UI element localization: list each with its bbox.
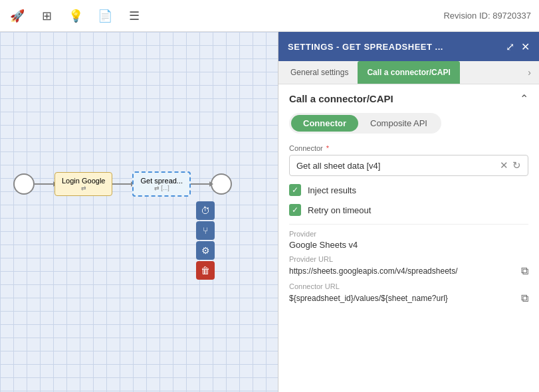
settings-title: SETTINGS - GET SPREADSHEET ...	[288, 42, 443, 52]
connector-url-value: ${spreadsheet_id}/values/${sheet_name?ur…	[289, 294, 516, 303]
inject-results-row: ✓ Inject results	[289, 184, 528, 196]
provider-value: Google Sheets v4	[289, 240, 528, 250]
provider-label: Provider	[289, 230, 528, 238]
bulb-icon[interactable]: 💡	[66, 7, 85, 25]
copy-connector-url-icon[interactable]: ⧉	[521, 292, 528, 304]
connector-input-row[interactable]: Get all sheet data [v4] ✕ ↻	[289, 155, 528, 176]
start-circle	[13, 173, 35, 195]
connector-field-icons: ✕ ↻	[500, 159, 521, 171]
section-title: Call a connector/CAPI	[289, 93, 393, 104]
inject-results-checkbox[interactable]: ✓	[289, 184, 301, 196]
sub-tab-composite[interactable]: Composite API	[358, 115, 439, 132]
expand-icon[interactable]: ⤢	[506, 41, 514, 53]
action-settings-btn[interactable]: ⚙	[196, 241, 215, 260]
settings-header: SETTINGS - GET SPREADSHEET ... ⤢ ✕	[278, 32, 539, 61]
connector-value: Get all sheet data [v4]	[296, 161, 500, 171]
inject-results-label: Inject results	[308, 185, 356, 195]
toolbar: 🚀 ⊞ 💡 📄 ☰ Revision ID: 89720337	[0, 0, 539, 32]
export-icon[interactable]: 📄	[96, 7, 114, 25]
collapse-icon[interactable]: ⌃	[520, 92, 528, 105]
action-delete-btn[interactable]: 🗑	[196, 261, 215, 280]
settings-header-icons: ⤢ ✕	[506, 41, 530, 53]
login-node[interactable]: Login Google ⇄	[54, 172, 112, 196]
connector-url-row: ${spreadsheet_id}/values/${sheet_name?ur…	[289, 292, 528, 304]
end-circle	[211, 173, 232, 195]
action-panel: ⏱ ⑂ ⚙ 🗑	[196, 201, 215, 280]
tabs-row: General settings Call a connector/CAPI ›	[278, 61, 539, 84]
revision-id: Revision ID: 89720337	[443, 11, 531, 21]
get-spread-node[interactable]: Get spread... ⇄ [...]	[132, 171, 191, 197]
panel-body: Call a connector/CAPI ⌃ Connector Compos…	[278, 84, 539, 392]
arrow-1	[35, 183, 54, 185]
action-branch-btn[interactable]: ⑂	[196, 221, 215, 240]
required-asterisk: *	[326, 144, 329, 152]
refresh-icon[interactable]: ↻	[512, 159, 521, 171]
retry-timeout-checkbox[interactable]: ✓	[289, 204, 301, 216]
copy-provider-url-icon[interactable]: ⧉	[521, 265, 528, 277]
rocket-icon[interactable]: 🚀	[8, 7, 27, 25]
login-node-icons: ⇄	[62, 185, 105, 191]
action-schedule-btn[interactable]: ⏱	[196, 201, 215, 220]
retry-timeout-row: ✓ Retry on timeout	[289, 204, 528, 216]
provider-url-value: https://sheets.googleapis.com/v4/spreads…	[289, 266, 516, 276]
connector-url-label: Connector URL	[289, 282, 528, 290]
canvas-area: Login Google ⇄ Get spread... ⇄ [...] ⏱ ⑂…	[0, 32, 278, 392]
divider-1	[289, 224, 528, 225]
arrow-2	[112, 183, 132, 185]
settings-panel: SETTINGS - GET SPREADSHEET ... ⤢ ✕ Gener…	[278, 32, 539, 392]
sub-tabs: Connector Composite API	[289, 113, 441, 134]
retry-timeout-label: Retry on timeout	[308, 205, 371, 215]
table-icon[interactable]: ☰	[125, 7, 144, 25]
provider-url-label: Provider URL	[289, 255, 528, 263]
close-icon[interactable]: ✕	[521, 41, 530, 53]
get-spread-node-icons: ⇄ [...]	[140, 185, 183, 191]
tab-connector[interactable]: Call a connector/CAPI	[358, 61, 459, 84]
connector-field-label: Connector *	[289, 144, 528, 152]
section-header: Call a connector/CAPI ⌃	[289, 92, 528, 105]
sub-tab-connector[interactable]: Connector	[291, 115, 358, 132]
login-node-label: Login Google	[62, 177, 105, 185]
get-spread-node-label: Get spread...	[140, 177, 183, 185]
tab-general[interactable]: General settings	[281, 61, 358, 84]
clear-icon[interactable]: ✕	[500, 159, 508, 171]
arrow-3	[191, 183, 211, 185]
toolbar-left: 🚀 ⊞ 💡 📄 ☰	[8, 7, 144, 25]
provider-url-row: https://sheets.googleapis.com/v4/spreads…	[289, 265, 528, 277]
grid-icon[interactable]: ⊞	[37, 7, 56, 25]
tab-arrow[interactable]: ›	[522, 62, 536, 83]
flow-container: Login Google ⇄ Get spread... ⇄ [...]	[13, 171, 232, 197]
